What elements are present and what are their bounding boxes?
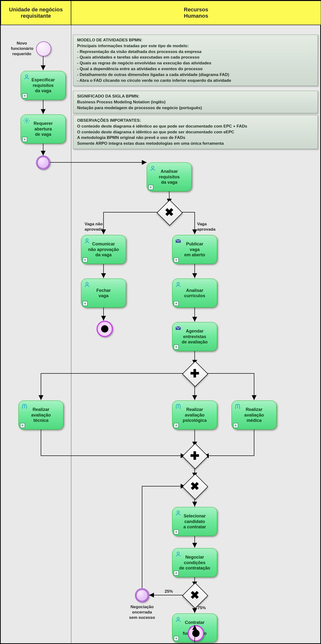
- task-avaliacao-tecnica[interactable]: Realizaravaliaçãotécnica+: [19, 400, 64, 430]
- task-negociar-condicoes[interactable]: Negociarcondiçõesde contratação+: [172, 548, 217, 577]
- task-comunicar-nao-aprovacao[interactable]: Comunicarnão aprovaçãoda vaga+: [81, 235, 126, 264]
- gateway-parallel-split: ✚: [186, 365, 203, 382]
- note-line: A metodologia BPMN original não prevê o …: [77, 135, 185, 140]
- task-label: Publicarvagaem aberto: [179, 241, 211, 258]
- subprocess-marker: +: [174, 571, 179, 576]
- task-label: Realizaravaliaçãotécnica: [25, 407, 57, 423]
- x-icon: ✖: [186, 586, 203, 604]
- gateway-exclusive-loop-in: ✖: [186, 478, 203, 495]
- task-avaliacao-medica[interactable]: Realizaravaliaçãomédica+: [232, 400, 277, 430]
- lane-title: RecursosHumanos: [184, 6, 208, 19]
- start-event: [36, 42, 51, 56]
- note-modelo: MODELO DE ATIVIDADES BPMN: Principais in…: [73, 34, 318, 86]
- subprocess-marker: +: [174, 636, 179, 641]
- note-bullet: - Quais atividades e tarefas são executa…: [77, 55, 200, 60]
- note-bullet: - Representação da visão detalhada dos p…: [77, 49, 202, 54]
- task-label: Especificarrequisitosda vaga: [26, 77, 61, 94]
- task-agendar-entrevistas[interactable]: Agendarentrevistasde avaliação+: [172, 322, 217, 351]
- user-icon: [175, 510, 182, 516]
- lane-border: [1, 25, 320, 25]
- subprocess-marker: +: [22, 137, 27, 142]
- user-icon: [84, 281, 90, 288]
- subprocess-marker: +: [174, 423, 179, 428]
- subprocess-marker: +: [22, 94, 27, 98]
- task-requerer-abertura[interactable]: Requereraberturade vaga+: [21, 114, 66, 144]
- user-icon: [149, 165, 156, 172]
- note-title: SIGNIFICADO DA SIGLA BPMN:: [77, 94, 139, 98]
- note-line: Notação para modelagem de processos de n…: [77, 106, 202, 110]
- note-bullet: - Abra o FAD clicando no círculo verde n…: [77, 78, 231, 83]
- task-label: Selecionarcandidatoa contratar: [178, 513, 212, 530]
- task-label: Analisarrequisitosda vaga: [153, 169, 186, 185]
- user-icon: [175, 551, 182, 558]
- mail-icon: [175, 238, 182, 244]
- gateway-exclusive-negociacao: ✖: [186, 586, 203, 604]
- task-label: Realizaravaliaçãomédica: [238, 407, 270, 423]
- task-label: Realizaravaliaçãopsicológica: [177, 407, 212, 423]
- note-observacoes: OBSERVAÇÕES IMPORTANTES: O conteúdo dest…: [73, 115, 318, 149]
- note-subtitle: Principais informações tratadas por este…: [77, 44, 189, 48]
- note-bullet: - Qual a dependência entre as atividades…: [77, 66, 203, 71]
- gateway-exclusive-vaga: ✖: [160, 204, 178, 221]
- x-icon: ✖: [186, 478, 203, 495]
- note-line: Business Process Modeling Notation (ingl…: [77, 100, 166, 104]
- x-icon: ✖: [160, 204, 178, 221]
- note-line: O conteúdo deste diagrama é idêntico ao …: [77, 130, 234, 134]
- plus-icon: ✚: [186, 365, 203, 382]
- lane-header-requisitante: Unidade de negóciosrequisitante: [1, 1, 71, 25]
- user-icon: [84, 238, 90, 244]
- probability-75: 75%: [198, 605, 206, 610]
- user-icon: [175, 281, 182, 288]
- task-label: Requereraberturade vaga: [28, 121, 58, 137]
- mail-icon: [175, 325, 182, 332]
- task-avaliacao-psicologica[interactable]: Realizaravaliaçãopsicológica+: [172, 400, 217, 430]
- task-label: Fecharvaga: [90, 288, 116, 299]
- subprocess-marker: +: [83, 258, 88, 262]
- negociacao-label: Negociaçãoencerradasem sucesso: [127, 604, 157, 620]
- lane-header-rh: RecursosHumanos: [71, 1, 321, 25]
- lane-divider: [71, 25, 71, 644]
- note-line: Somente ARPO integra estas duas metodolo…: [77, 141, 224, 146]
- end-event-terminate: [96, 321, 113, 337]
- note-line: O conteúdo deste diagrama é idêntico ao …: [77, 124, 247, 128]
- subprocess-marker: +: [20, 423, 25, 428]
- task-publicar-vaga[interactable]: Publicarvagaem aberto+: [172, 235, 217, 264]
- task-fechar-vaga[interactable]: Fecharvaga+: [81, 278, 126, 308]
- branch-label-nao: Vaga nãoaprovada: [85, 222, 103, 232]
- lane-title: Unidade de negóciosrequisitante: [9, 6, 63, 19]
- note-bullet: - Quais as regras de negócio envolvidas …: [77, 61, 211, 65]
- manual-icon: [175, 403, 182, 410]
- manual-icon: [21, 403, 28, 410]
- start-event-label: Novofuncionáriorequerido: [11, 41, 33, 57]
- subprocess-marker: +: [83, 301, 88, 306]
- intermediate-event: [36, 156, 50, 170]
- task-label: Analisarcurrículos: [178, 288, 211, 299]
- task-selecionar-candidato[interactable]: Selecionarcandidatoa contratar+: [172, 507, 217, 536]
- subprocess-marker: +: [174, 301, 179, 306]
- probability-25: 25%: [165, 589, 173, 594]
- subprocess-marker: +: [148, 185, 153, 190]
- plus-icon: ✚: [186, 447, 203, 464]
- subprocess-marker: +: [174, 258, 179, 262]
- user-icon: [23, 74, 30, 80]
- note-sigla: SIGNIFICADO DA SIGLA BPMN: Business Proc…: [73, 91, 318, 113]
- task-especificar-requisitos[interactable]: Especificarrequisitosda vaga+: [21, 71, 66, 100]
- end-event-final: [188, 625, 204, 642]
- gateway-parallel-join: ✚: [186, 447, 203, 464]
- task-analisar-curriculos[interactable]: Analisarcurrículos+: [172, 278, 217, 308]
- note-bullet: - Detalhamento de outras dimensões ligad…: [77, 72, 229, 77]
- svg-point-18: [26, 120, 28, 122]
- manual-icon: [234, 403, 241, 410]
- bpmn-diagram: Unidade de negóciosrequisitante Recursos…: [0, 0, 321, 644]
- gear-icon: [23, 117, 30, 124]
- user-icon: [175, 616, 182, 623]
- subprocess-marker: +: [174, 345, 179, 350]
- branch-label-sim: Vagaaprovada: [197, 222, 216, 232]
- task-analisar-requisitos[interactable]: Analisarrequisitosda vaga+: [147, 162, 192, 192]
- intermediate-event-negociacao: [135, 588, 149, 602]
- subprocess-marker: +: [174, 530, 179, 534]
- note-title: OBSERVAÇÕES IMPORTANTES:: [77, 118, 141, 123]
- note-title: MODELO DE ATIVIDADES BPMN:: [77, 38, 142, 42]
- subprocess-marker: +: [233, 423, 238, 428]
